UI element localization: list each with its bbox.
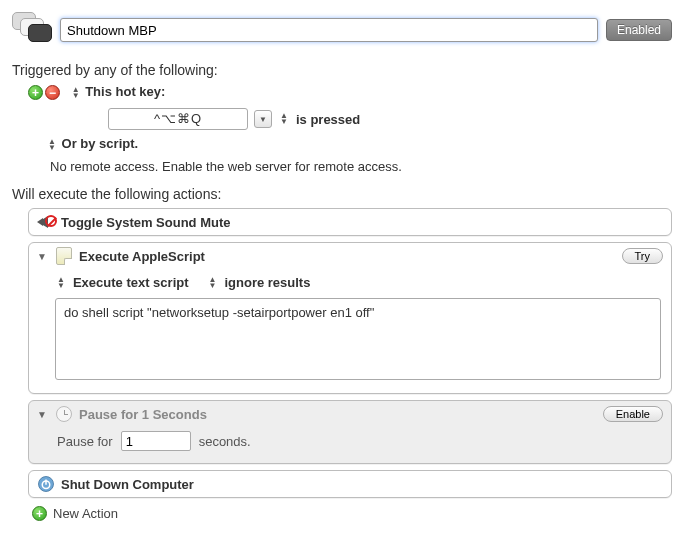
pause-suffix-label: seconds. (199, 434, 251, 449)
script-text-input[interactable] (55, 298, 661, 380)
action-pause[interactable]: ▼ Pause for 1 Seconds Enable Pause for s… (28, 400, 672, 464)
enabled-toggle-button[interactable]: Enabled (606, 19, 672, 41)
power-icon (37, 475, 55, 493)
disclosure-triangle-icon[interactable]: ▼ (37, 251, 49, 262)
speaker-mute-icon (37, 213, 55, 231)
results-handling-label: ignore results (224, 275, 310, 290)
script-trigger-label: Or by script. (62, 136, 139, 151)
script-source-stepper[interactable] (57, 277, 63, 289)
try-button[interactable]: Try (622, 248, 663, 264)
plus-icon: + (32, 506, 47, 521)
trigger-type-stepper[interactable] (72, 87, 78, 99)
remove-trigger-button[interactable]: − (45, 85, 60, 100)
remote-access-note: No remote access. Enable the web server … (50, 159, 672, 174)
action-title: Pause for 1 Seconds (79, 407, 597, 422)
results-handling-stepper[interactable] (209, 277, 215, 289)
pressed-mode-label: is pressed (296, 112, 360, 127)
disclosure-triangle-icon[interactable]: ▼ (37, 409, 49, 420)
pause-prefix-label: Pause for (57, 434, 113, 449)
enable-button[interactable]: Enable (603, 406, 663, 422)
action-shutdown[interactable]: Shut Down Computer (28, 470, 672, 498)
new-action-label: New Action (53, 506, 118, 521)
pressed-mode-stepper[interactable] (280, 113, 286, 125)
hotkey-field[interactable]: ^⌥⌘Q (108, 108, 248, 130)
script-source-label: Execute text script (73, 275, 189, 290)
action-execute-applescript[interactable]: ▼ Execute AppleScript Try Execute text s… (28, 242, 672, 394)
action-title: Toggle System Sound Mute (61, 215, 663, 230)
macro-name-input[interactable] (60, 18, 598, 42)
applescript-icon (55, 247, 73, 265)
action-title: Shut Down Computer (61, 477, 663, 492)
triggers-heading: Triggered by any of the following: (12, 62, 672, 78)
clock-icon (55, 405, 73, 423)
pause-duration-input[interactable] (121, 431, 191, 451)
macro-group-icon (10, 10, 52, 50)
script-trigger-stepper[interactable] (48, 139, 54, 151)
actions-heading: Will execute the following actions: (12, 186, 672, 202)
new-action-button[interactable]: + New Action (32, 506, 672, 521)
add-trigger-button[interactable]: + (28, 85, 43, 100)
trigger-hotkey-label: This hot key: (85, 84, 165, 99)
action-toggle-mute[interactable]: Toggle System Sound Mute (28, 208, 672, 236)
hotkey-options-dropdown[interactable]: ▼ (254, 110, 272, 128)
action-title: Execute AppleScript (79, 249, 616, 264)
